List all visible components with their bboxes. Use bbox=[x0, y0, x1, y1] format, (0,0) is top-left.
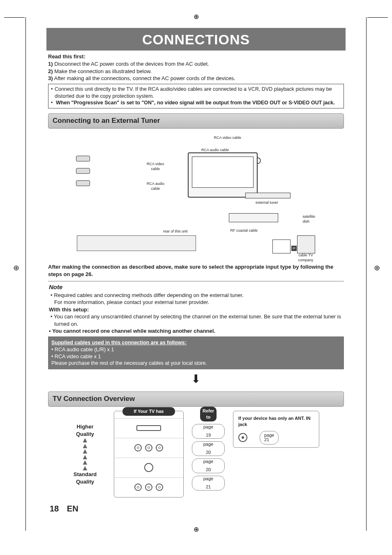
label-rf-coaxial: RF coaxial cable bbox=[230, 228, 258, 233]
coax-icon bbox=[238, 433, 247, 442]
after-diagram-instruction: After making the connection as described… bbox=[48, 263, 344, 278]
hdmi-icon bbox=[136, 425, 161, 431]
note-title: Note bbox=[49, 283, 343, 291]
page-title-bar: CONNECTIONS bbox=[46, 28, 346, 51]
higher-quality-label: Higher Quality bbox=[65, 423, 106, 438]
crop-vert bbox=[366, 17, 367, 531]
svideo-jack-row bbox=[114, 458, 183, 477]
page-lang: EN bbox=[67, 504, 78, 513]
composite-jack-row bbox=[114, 477, 183, 497]
label-rca-audio-cable: RCA audio cable bbox=[201, 147, 229, 152]
tv-overview-chart: Higher Quality ▲▲▲▲▲▲ Standard Quality I… bbox=[48, 411, 344, 497]
caution-line-2: When "Progressive Scan" is set to "ON", … bbox=[56, 99, 335, 106]
page-ref-19: page19 bbox=[192, 424, 225, 439]
label-rca-video-cable: RCA video cable bbox=[214, 135, 241, 140]
step-2: 2) Make the connection as illustrated be… bbox=[48, 68, 344, 75]
note-block: Note Required cables and connecting meth… bbox=[48, 281, 344, 337]
print-registration-left: ⊕ bbox=[13, 263, 19, 273]
page-ref-21: page21 bbox=[192, 476, 225, 491]
ant-in-jack-box: If your device has only an ANT. IN jack … bbox=[233, 411, 319, 448]
print-registration-bottom: ⊕ bbox=[27, 525, 365, 534]
rca-icon bbox=[156, 444, 163, 451]
label-external-tuner: external tuner bbox=[256, 200, 278, 205]
section-tv-overview: TV Connection Overview bbox=[48, 391, 344, 407]
left-cable-stack bbox=[76, 152, 97, 189]
rca-icon bbox=[134, 484, 142, 491]
connection-diagram: RCA video cable RCA audio cable external… bbox=[73, 132, 319, 255]
note-line-3: • You cannot record one channel while wa… bbox=[49, 327, 343, 335]
supplied-line-3: Please purchase the rest of the necessar… bbox=[51, 360, 341, 367]
section-external-tuner: Connecting to an External Tuner bbox=[48, 113, 344, 129]
rear-of-unit bbox=[77, 235, 196, 251]
crop-mark bbox=[367, 17, 388, 18]
read-first-heading: Read this first: bbox=[48, 53, 344, 60]
external-tuner-box bbox=[245, 193, 291, 198]
hdmi-jack-row bbox=[114, 418, 183, 438]
supplied-line-2: • RCA video cable x 1 bbox=[51, 353, 341, 360]
page-ref-20a: page20 bbox=[192, 441, 225, 456]
rca-icon bbox=[156, 484, 163, 491]
page-number: 18 bbox=[50, 504, 59, 513]
with-this-setup: With this setup: bbox=[49, 306, 343, 313]
rca-icon bbox=[134, 444, 142, 451]
step-1: 1) Disconnect the AC power cords of the … bbox=[48, 60, 344, 68]
note-line-2: You can record any unscrambled channel b… bbox=[51, 313, 343, 327]
if-your-tv-has-header: If Your TV has bbox=[122, 407, 175, 416]
arrow-down-icon: ➡ bbox=[188, 373, 204, 385]
step-3: 3) After making all the connections, con… bbox=[48, 75, 344, 82]
crop-vert bbox=[25, 17, 26, 531]
component-jack-row bbox=[114, 438, 183, 458]
label-satellite-dish: satellite dish bbox=[302, 214, 315, 224]
crop-mark bbox=[4, 17, 25, 18]
cable-box-illustration bbox=[229, 213, 278, 222]
label-rca-audio-mid: RCA audio cable bbox=[147, 181, 164, 191]
page-footer: 18 EN bbox=[50, 503, 344, 514]
refer-to-header: Refer to bbox=[200, 407, 217, 421]
quality-arrow-icon: ▲▲▲▲▲▲ bbox=[65, 438, 106, 471]
label-rear-of-unit: rear of this unit bbox=[163, 229, 188, 234]
print-registration-right: ⊕ bbox=[374, 263, 380, 273]
print-registration-top: ⊕ bbox=[27, 12, 365, 21]
note-line-1: Required cables and connecting methods d… bbox=[51, 292, 343, 306]
label-rca-video-mid: RCA video cable bbox=[147, 161, 164, 171]
ant-page-ref: page21 bbox=[260, 431, 279, 444]
house-icon bbox=[272, 240, 291, 253]
svideo-icon bbox=[144, 463, 153, 472]
supplied-cables-bar: Supplied cables used in this connection … bbox=[48, 337, 344, 370]
building-icon bbox=[297, 235, 315, 253]
label-cable-tv-company: cable TV company bbox=[295, 253, 316, 263]
supplied-heading: Supplied cables used in this connection … bbox=[51, 339, 341, 346]
supplied-line-1: • RCA audio cable (L/R) x 1 bbox=[51, 346, 341, 353]
caution-line-1: Connect this unit directly to the TV. If… bbox=[55, 86, 341, 100]
caution-box: •Connect this unit directly to the TV. I… bbox=[48, 84, 344, 109]
page-ref-20b: page20 bbox=[192, 458, 225, 473]
tv-illustration bbox=[188, 152, 258, 198]
rca-icon bbox=[145, 444, 152, 451]
standard-quality-label: Standard Quality bbox=[65, 471, 106, 485]
ant-in-heading: If your device has only an ANT. IN jack bbox=[238, 415, 314, 428]
page-title: CONNECTIONS bbox=[46, 30, 346, 49]
label-or: or bbox=[291, 246, 297, 251]
rca-icon bbox=[145, 484, 152, 491]
